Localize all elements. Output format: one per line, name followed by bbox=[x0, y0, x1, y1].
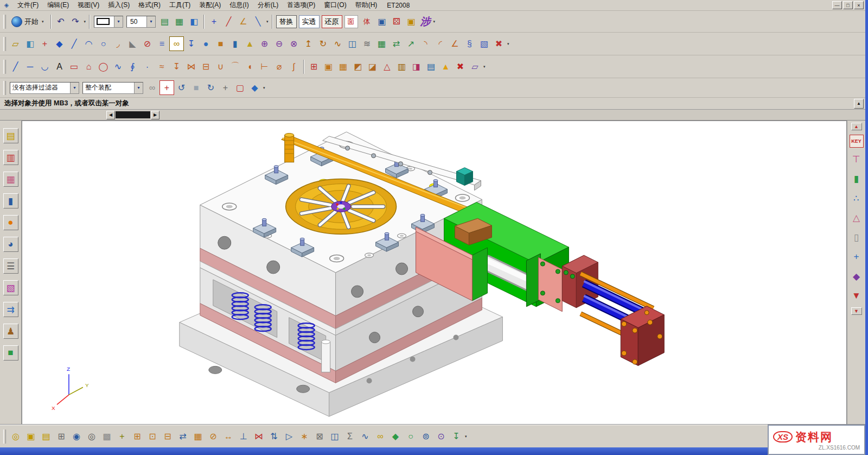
restore-display-button[interactable]: 还原 bbox=[322, 15, 342, 28]
component-set-icon[interactable]: ▤ bbox=[39, 429, 54, 444]
scale-icon[interactable]: ↗ bbox=[404, 36, 418, 51]
menu-item[interactable]: 编辑(E) bbox=[43, 0, 73, 11]
mold-drawing-icon[interactable]: ▱ bbox=[468, 59, 482, 74]
core-icon[interactable]: ◩ bbox=[350, 59, 365, 74]
minimize-button[interactable]: — bbox=[832, 1, 842, 9]
profile-icon[interactable]: ╱ bbox=[8, 59, 23, 74]
camera-icon[interactable]: ◎ bbox=[84, 429, 99, 444]
measure-assembly-icon[interactable]: ↧ bbox=[449, 429, 464, 444]
cone-icon[interactable]: ▲ bbox=[242, 36, 257, 51]
sweep-icon[interactable]: ∿ bbox=[330, 36, 345, 51]
polyline-icon[interactable]: ─ bbox=[23, 59, 37, 74]
graphics-viewport[interactable]: Z X Y bbox=[22, 121, 847, 425]
assembly-navigator-icon[interactable]: ▤ bbox=[3, 128, 18, 143]
combo-arrow-icon[interactable]: ▼ bbox=[114, 16, 123, 27]
open-component-icon[interactable]: ▣ bbox=[23, 429, 39, 444]
extrude-icon[interactable]: ↥ bbox=[301, 36, 316, 51]
toolbar-grip[interactable] bbox=[3, 60, 6, 74]
arc-tool-icon[interactable]: ◡ bbox=[37, 59, 52, 74]
unite-icon[interactable]: ⊕ bbox=[257, 36, 272, 51]
cavity-icon[interactable]: ◪ bbox=[365, 59, 380, 74]
menu-item[interactable]: 文件(F) bbox=[13, 0, 43, 11]
purple-part-icon[interactable]: ◆ bbox=[850, 269, 864, 283]
ring-icon[interactable]: ○ bbox=[403, 429, 418, 444]
reorient-icon[interactable]: ↻ bbox=[203, 80, 218, 95]
combo-arrow-icon[interactable]: ▼ bbox=[146, 16, 155, 27]
chamfer-icon[interactable]: ◣ bbox=[125, 36, 140, 51]
chevron-down-icon[interactable]: ▾ bbox=[263, 86, 265, 90]
layer-settings-icon[interactable]: ▦ bbox=[172, 14, 187, 29]
chevron-down-icon[interactable]: ▾ bbox=[266, 20, 269, 24]
ruler-icon[interactable]: ╲ bbox=[251, 14, 265, 29]
clearance-icon[interactable]: ◫ bbox=[327, 429, 342, 444]
interference-icon[interactable]: ⊠ bbox=[312, 429, 327, 444]
combo-arrow-icon[interactable]: ▼ bbox=[70, 83, 79, 93]
menu-item[interactable]: 首选项(P) bbox=[283, 0, 320, 11]
datum-plane-icon[interactable]: ◧ bbox=[23, 36, 37, 51]
wrap-curve-icon[interactable]: ◖ bbox=[242, 59, 257, 74]
point-icon[interactable]: ◆ bbox=[52, 36, 67, 51]
weight-icon[interactable]: Σ bbox=[342, 429, 358, 444]
menu-item[interactable]: 窗口(O) bbox=[320, 0, 350, 11]
scroll-left-button[interactable]: ◀ bbox=[106, 111, 115, 119]
intersect-icon[interactable]: ⊗ bbox=[286, 36, 301, 51]
parting-icon[interactable]: △ bbox=[380, 59, 394, 74]
palette-icon[interactable]: ▧ bbox=[3, 280, 18, 295]
chain-icon[interactable]: ∞ bbox=[373, 429, 388, 444]
structure-icon[interactable]: ⊞ bbox=[54, 429, 69, 444]
toolbar-grip[interactable] bbox=[3, 15, 6, 29]
undo-icon[interactable]: ↶ bbox=[54, 14, 68, 29]
mirror-feature-icon[interactable]: ⇄ bbox=[389, 36, 404, 51]
explode-view-icon[interactable]: ∗ bbox=[297, 429, 312, 444]
edge-blend-icon[interactable]: ◝ bbox=[418, 36, 433, 51]
visualization-icon[interactable]: ⇉ bbox=[3, 302, 18, 317]
menu-item[interactable]: 工具(T) bbox=[165, 0, 195, 11]
body-button[interactable]: 体 bbox=[360, 15, 374, 28]
draft-icon[interactable]: ∠ bbox=[448, 36, 462, 51]
hd3d-icon[interactable]: ● bbox=[3, 215, 18, 230]
layer-visible-icon[interactable]: ▤ bbox=[157, 14, 172, 29]
sphere-set-icon[interactable]: ∴ bbox=[850, 191, 864, 205]
curve-length-icon[interactable]: ⌀ bbox=[272, 59, 286, 74]
project-icon[interactable]: ↧ bbox=[184, 36, 199, 51]
section-curve-icon[interactable]: ⊟ bbox=[199, 59, 213, 74]
wave-link-icon[interactable]: ∿ bbox=[358, 429, 373, 444]
smooth-curve-icon[interactable]: ∫ bbox=[286, 59, 301, 74]
hammer-tool-icon[interactable]: ⊤ bbox=[850, 152, 864, 166]
mold-assembly-model[interactable]: Z X Y bbox=[22, 121, 846, 424]
history-icon[interactable]: ◕ bbox=[3, 237, 18, 252]
polygon-tool-icon[interactable]: ⌂ bbox=[81, 59, 96, 74]
mold-csys-icon[interactable]: ⊞ bbox=[307, 59, 321, 74]
line-icon[interactable]: ╱ bbox=[67, 36, 81, 51]
show-hide-icon[interactable]: ⋈ bbox=[251, 429, 266, 444]
pattern-component-icon[interactable]: ▦ bbox=[190, 429, 206, 444]
plus-tool-icon[interactable]: + bbox=[850, 250, 864, 264]
layer-category-icon[interactable]: ◧ bbox=[187, 14, 201, 29]
menu-item[interactable]: 装配(A) bbox=[195, 0, 225, 11]
join-curve-icon[interactable]: ∪ bbox=[213, 59, 228, 74]
chevron-down-icon[interactable]: ▾ bbox=[465, 434, 467, 439]
arrangement-icon[interactable]: ⇅ bbox=[266, 429, 282, 444]
cup-icon[interactable]: ▯ bbox=[850, 230, 864, 244]
point-tool-icon[interactable]: ∙ bbox=[140, 59, 155, 74]
scroll-right-button[interactable]: ▶ bbox=[151, 111, 159, 119]
shaded-view-icon[interactable]: ◆ bbox=[247, 80, 262, 95]
menu-item[interactable]: 格式(R) bbox=[134, 0, 165, 11]
translucent-button[interactable]: 实透 bbox=[299, 15, 320, 28]
insert-icon[interactable]: ▥ bbox=[394, 59, 409, 74]
spline-tool-icon[interactable]: ∿ bbox=[111, 59, 125, 74]
wade-button[interactable]: 涉 bbox=[420, 15, 431, 29]
measure-angle-icon[interactable]: ∠ bbox=[236, 14, 251, 29]
sphere-icon[interactable]: ● bbox=[199, 36, 213, 51]
delete-face-icon[interactable]: ✖ bbox=[492, 36, 506, 51]
cone-part-icon[interactable]: △ bbox=[850, 211, 864, 225]
locating-ring-impeller[interactable] bbox=[286, 179, 397, 235]
toolbar-grip[interactable] bbox=[3, 429, 6, 444]
rotate-view-icon[interactable]: ↺ bbox=[174, 80, 189, 95]
scroll-handle[interactable] bbox=[116, 111, 150, 118]
menu-item[interactable]: 视图(V) bbox=[73, 0, 104, 11]
face-button[interactable]: 面 bbox=[344, 15, 358, 28]
work-layer-combo[interactable]: 50 ▼ bbox=[126, 16, 156, 28]
move-handle-icon[interactable]: + bbox=[114, 429, 130, 444]
patch-icon[interactable]: ▧ bbox=[477, 36, 492, 51]
